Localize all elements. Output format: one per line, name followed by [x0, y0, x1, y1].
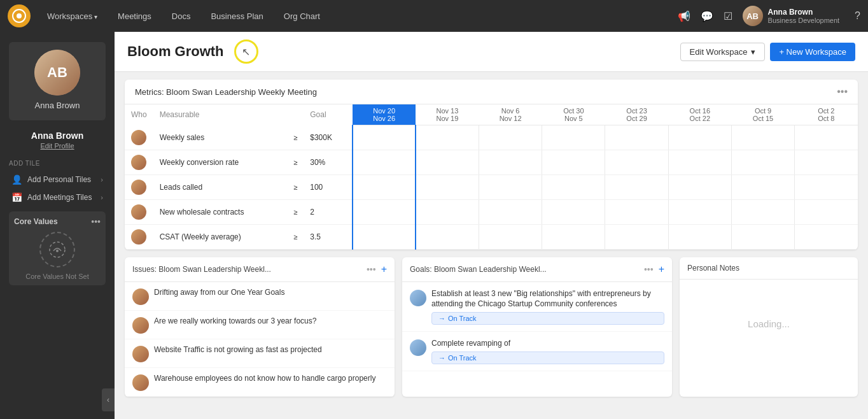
sidebar-user-name: Anna Brown: [35, 101, 80, 110]
row-goal: 2: [304, 199, 353, 224]
metrics-table: Who Measurable Goal Nov 20 Nov 26 Nov 13…: [125, 104, 858, 250]
row-measurable: Leads called: [153, 174, 288, 199]
personal-tiles-label: Add Personal Tiles: [27, 175, 91, 184]
nav-business-plan[interactable]: Business Plan: [207, 9, 267, 24]
row-date-6: [731, 199, 794, 224]
row-date-0: [353, 224, 416, 249]
sidebar-name-label: Anna Brown: [31, 131, 83, 141]
user-profile-card: AB Anna Brown: [9, 42, 106, 120]
page-header-actions: Edit Workspace ▾ + New Workspace: [680, 43, 855, 61]
date-col-6: Oct 9 Oct 15: [731, 104, 794, 125]
user-name: Anna Brown: [768, 8, 840, 17]
row-date-5: [668, 199, 731, 224]
nav-org-chart[interactable]: Org Chart: [280, 9, 324, 24]
metrics-row: New wholesale contracts ≥ 2: [125, 199, 858, 224]
core-values-section: Core Values ••• Core Values Not Set: [9, 211, 106, 285]
row-date-0: [353, 199, 416, 224]
goals-more-button[interactable]: •••: [644, 264, 654, 274]
chevron-right-icon-2: ›: [101, 194, 103, 201]
new-workspace-button[interactable]: + New Workspace: [770, 43, 855, 61]
goals-list: Establish at least 3 new "Big relationsh…: [402, 282, 672, 371]
row-date-4: [605, 174, 668, 199]
row-date-2: [479, 174, 542, 199]
core-values-more-button[interactable]: •••: [91, 217, 101, 227]
goal-on-track-badge[interactable]: → On Track: [431, 312, 664, 325]
row-date-7: [795, 125, 858, 150]
chat-icon[interactable]: 💬: [701, 10, 713, 22]
row-avatar: [131, 204, 146, 220]
metrics-panel: Metrics: Bloom Swan Leadership Weekly Me…: [125, 80, 858, 250]
svg-point-3: [56, 250, 59, 252]
goal-item[interactable]: Complete revamping of → On Track: [402, 332, 672, 371]
notes-panel: Personal Notes Loading...: [680, 257, 858, 397]
goal-text: Complete revamping of: [431, 338, 664, 349]
app-logo[interactable]: [8, 4, 31, 27]
issue-avatar: [132, 346, 149, 362]
issue-item[interactable]: Drifting away from our One Year Goals: [125, 282, 395, 311]
row-avatar-cell: [125, 174, 153, 199]
issue-item[interactable]: Warehouse employees do not know how to h…: [125, 368, 395, 397]
date-col-7: Oct 2 Oct 8: [795, 104, 858, 125]
issue-item[interactable]: Are we really working towards our 3 year…: [125, 311, 395, 339]
issues-more-button[interactable]: •••: [367, 264, 376, 274]
row-goal: 100: [304, 174, 353, 199]
goal-on-track-badge[interactable]: → On Track: [431, 352, 664, 364]
metrics-date-header-row: Who Measurable Goal Nov 20 Nov 26 Nov 13…: [125, 104, 858, 125]
date-col-3: Oct 30 Nov 5: [542, 104, 605, 125]
row-date-7: [795, 199, 858, 224]
nav-docs[interactable]: Docs: [168, 9, 195, 24]
goals-add-button[interactable]: +: [659, 264, 664, 275]
goal-content: Establish at least 3 new "Big relationsh…: [431, 288, 664, 325]
row-gte: ≥: [287, 174, 304, 199]
row-avatar: [131, 229, 146, 245]
chevron-right-icon: ›: [101, 176, 103, 183]
badge-label: On Track: [448, 354, 477, 362]
row-goal: 3.5: [304, 224, 353, 249]
edit-workspace-label: Edit Workspace: [690, 47, 748, 57]
row-date-6: [731, 224, 794, 249]
main-content: Metrics: Bloom Swan Leadership Weekly Me…: [115, 72, 868, 404]
row-avatar: [131, 155, 146, 170]
row-date-7: [795, 224, 858, 249]
nav-meetings[interactable]: Meetings: [114, 9, 155, 24]
check-icon[interactable]: ☑: [724, 10, 732, 22]
row-date-4: [605, 199, 668, 224]
metrics-more-button[interactable]: •••: [837, 86, 848, 97]
edit-workspace-button[interactable]: Edit Workspace ▾: [680, 43, 766, 61]
issue-item[interactable]: Website Traffic is not growing as fast a…: [125, 339, 395, 368]
help-button[interactable]: ?: [855, 10, 860, 22]
row-date-5: [668, 224, 731, 249]
who-col-header: Who: [125, 104, 153, 125]
add-personal-tiles-button[interactable]: 👤 Add Personal Tiles ›: [9, 171, 106, 188]
megaphone-icon[interactable]: 📢: [678, 10, 690, 22]
edit-profile-link[interactable]: Edit Profile: [40, 142, 74, 150]
top-navigation: Workspaces Meetings Docs Business Plan O…: [0, 0, 868, 32]
nav-workspaces[interactable]: Workspaces: [43, 9, 101, 24]
goal-item[interactable]: Establish at least 3 new "Big relationsh…: [402, 282, 672, 332]
new-workspace-label: + New Workspace: [779, 47, 846, 57]
user-menu[interactable]: AB Anna Brown Business Development: [743, 6, 840, 26]
issue-avatar: [132, 374, 149, 391]
meetings-icon: 📅: [11, 192, 22, 202]
row-avatar-cell: [125, 125, 153, 150]
metrics-panel-title: Metrics: Bloom Swan Leadership Weekly Me…: [135, 87, 317, 97]
metrics-row: Leads called ≥ 100: [125, 174, 858, 199]
core-values-label: Core Values: [14, 217, 58, 226]
date-col-1: Nov 13 Nov 19: [416, 104, 479, 125]
cursor-indicator: ↖: [234, 39, 258, 64]
row-date-0: [353, 125, 416, 150]
main-layout: ••• AB Anna Brown Anna Brown Edit Profil…: [0, 32, 868, 419]
row-date-2: [479, 125, 542, 150]
goals-panel: Goals: Bloom Swan Leadership Weekl... ••…: [402, 257, 672, 397]
row-avatar-cell: [125, 150, 153, 174]
row-date-2: [479, 224, 542, 249]
add-meetings-tiles-button[interactable]: 📅 Add Meetings Tiles ›: [9, 188, 106, 206]
metrics-panel-header: Metrics: Bloom Swan Leadership Weekly Me…: [125, 80, 858, 104]
goal-avatar: [410, 290, 426, 306]
row-date-3: [542, 174, 605, 199]
metrics-row: CSAT (Weekly average) ≥ 3.5: [125, 224, 858, 249]
goals-panel-title: Goals: Bloom Swan Leadership Weekl...: [410, 265, 639, 274]
issues-add-button[interactable]: +: [381, 264, 387, 275]
sidebar-collapse-button[interactable]: ‹: [102, 388, 115, 411]
row-gte: ≥: [287, 125, 304, 150]
